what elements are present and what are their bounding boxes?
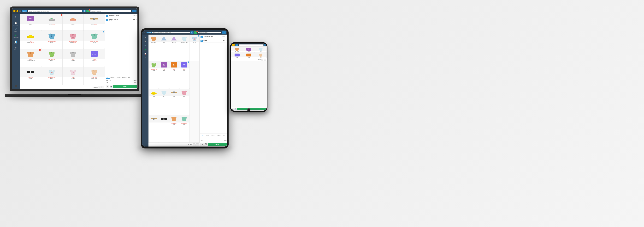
tablet-save-btn[interactable]: 💾 — [204, 143, 208, 146]
sidebar-item-logout[interactable]: ⬛ — [12, 84, 20, 89]
search-product-input-tablet[interactable] — [152, 32, 190, 34]
product-card-polo[interactable]: Polo $20.00 — [62, 49, 84, 67]
tablet-prev-btn[interactable]: ‹ — [193, 143, 196, 146]
add-customer-btn-laptop[interactable]: 👤+ — [132, 10, 136, 12]
phone-delete-btn[interactable]: 🗑 — [231, 108, 234, 110]
product-card-cap[interactable]: Cap $18.00 $16.00 — [20, 31, 41, 49]
sidebar-item-savedcart[interactable]: 💾 Saved Cart — [12, 21, 20, 27]
tablet-sidebar-board[interactable]: ⊞ — [142, 36, 148, 40]
product-card-single[interactable]: Woothe-single Single $3.00 $2.00 — [84, 49, 105, 67]
tablet-sidebar-savedcart[interactable]: 💾 — [142, 40, 148, 44]
product-card-hoodie-zipper[interactable]: 10 Hoodie with Zipper $45.00 — [84, 31, 105, 49]
tablet-product-6[interactable]: Long Sleeve Tee 23.81 — [149, 61, 159, 88]
tablet-product-12[interactable]: 19.05 — [169, 89, 179, 115]
search-product-input-laptop[interactable] — [28, 10, 82, 12]
checkout-btn-tablet[interactable]: 20.00 — [208, 143, 226, 146]
tablet-product-fill[interactable] — [190, 61, 200, 88]
filter-btn-tablet[interactable]: ≡| — [190, 31, 194, 34]
product-card-woo[interactable]: Woothe-album $15.00 — [20, 14, 41, 31]
sidebar-item-transactions[interactable]: 💲 Transactions — [12, 33, 20, 39]
tablet-tab-tax[interactable]: Tax — [222, 134, 225, 136]
tablet-product-8[interactable]: WooAlbum Album 14.29 — [169, 61, 179, 88]
tablet-product-14[interactable]: 15.24 — [149, 115, 159, 142]
product-card-hoodie-general[interactable]: 118 Hoodie $5.00 - $4,500,000.00 — [20, 49, 41, 67]
sidebar-item-setting[interactable]: ⚙ Setting — [12, 46, 20, 52]
add-customer-btn-tablet[interactable]: 👤+ — [222, 31, 226, 34]
menu-icon-laptop[interactable]: ☰ — [19, 10, 22, 12]
product-price-belt: $65.00 $55.00 — [84, 24, 105, 25]
product-card-belt[interactable]: $65.00 $55.00 — [84, 14, 105, 31]
product-card-tshirt-logo[interactable]: W T-shirt with Logo $18.00 — [41, 67, 62, 85]
tablet-product-10[interactable]: 42.86 — [149, 89, 159, 115]
tablet-product-9[interactable]: 3 Woo Single 1.90 — [179, 61, 189, 88]
tablet-product-17[interactable]: Hoodie with Zi... 42.86 — [179, 115, 189, 142]
tab-product-laptop[interactable]: Product — [110, 77, 115, 79]
cart-icon-laptop[interactable]: 🛒 1 — [86, 10, 90, 12]
search-product-input-phone[interactable] — [238, 45, 264, 46]
product-card-vneck[interactable]: V-Neck T-Shirt $15.00 - $20.00 — [84, 67, 105, 85]
search-customer-input-tablet[interactable] — [198, 32, 222, 34]
tablet-product-16[interactable]: Hoodie with P... 33.33 — [169, 115, 179, 142]
phone-next-btn[interactable]: › — [264, 59, 266, 61]
next-page-btn-laptop[interactable]: › — [102, 86, 104, 88]
filter-btn-phone[interactable]: ≡ — [264, 44, 266, 46]
tablet-tab-product[interactable]: Product — [204, 134, 210, 136]
tablet-order-remove-1[interactable]: × — [226, 36, 226, 37]
product-card-hoodie-logo[interactable]: Hoodie with Logo $45.00 — [41, 31, 62, 49]
product-card-hoodie-pocket[interactable]: Hoodie with Pocket $45.00 $35.00 — [62, 31, 84, 49]
cart-icon-tablet[interactable]: 🛒 1 — [194, 31, 198, 34]
sidebar-item-orders[interactable]: 🛒 Orders — [12, 27, 20, 33]
phone-product-1[interactable]: From 27.29 — [231, 47, 243, 52]
tablet-order-remove-2[interactable]: × — [226, 40, 226, 41]
tablet-tab-discount[interactable]: Discount — [210, 134, 216, 136]
save-btn-laptop[interactable]: 💾 — [110, 85, 113, 88]
tablet-next-btn[interactable]: › — [196, 143, 199, 146]
tablet-tab-add[interactable]: ADD — [200, 134, 204, 136]
tablet-product-3[interactable]: Pennant — [169, 35, 179, 61]
phone-product-6[interactable]: 40.80 — [255, 52, 266, 58]
phone-save-btn[interactable]: 💾 — [234, 108, 237, 110]
tab-shipping-laptop[interactable]: Shipping — [122, 77, 127, 79]
search-customer-input-laptop[interactable] — [90, 10, 131, 12]
tablet-product-15[interactable]: 85.71 — [159, 115, 169, 142]
order-remove-1[interactable]: × — [136, 15, 137, 16]
tablet-product-2[interactable]: 10.52 — [159, 35, 169, 61]
tablet-product-13[interactable]: 52.38 — [179, 89, 189, 115]
product-card-lord-tee[interactable]: Lord Sleeve Tee $25.00 — [41, 49, 62, 67]
phone-product-3[interactable]: 23.14 — [255, 47, 266, 52]
prev-page-btn-laptop[interactable]: ‹ — [98, 86, 101, 88]
tablet-product-fill2[interactable] — [190, 89, 200, 115]
tablet-sidebar-transactions[interactable]: 💲 — [142, 48, 148, 52]
phone-prod-img-2: W — [243, 47, 255, 51]
delete-btn-laptop[interactable]: 🗑 — [106, 85, 109, 88]
product-card-sunglasses[interactable]: Sunglasses $90.00 — [20, 67, 41, 85]
phone-product-2[interactable]: W 19.95 — [243, 47, 255, 52]
tablet-delete-btn[interactable]: 🗑 — [200, 143, 204, 146]
tablet-sidebar-orders[interactable]: 🛒 — [142, 44, 148, 48]
menu-icon-tablet[interactable]: ☰ — [143, 31, 146, 34]
tab-tax-laptop[interactable]: Tax — [128, 77, 130, 79]
tablet-product-5[interactable]: 1 17.14 — [190, 35, 200, 61]
tab-discount-laptop[interactable]: Discount — [116, 77, 121, 79]
product-card-hat2[interactable]: $20.00 — [62, 14, 84, 31]
tablet-product-1[interactable]: From 47.29 — [149, 35, 159, 61]
phone-prev-btn[interactable]: ‹ — [262, 59, 264, 61]
order-remove-2[interactable]: × — [136, 19, 137, 20]
product-card-tshirt-plain[interactable]: T-Shirt $18.00 — [62, 67, 84, 85]
tablet-product-fill3[interactable] — [190, 115, 200, 142]
tablet-sidebar-setting[interactable]: ⚙ — [142, 56, 148, 60]
tablet-product-7[interactable]: WooPOS POS 19.05 — [159, 61, 169, 88]
tablet-product-4[interactable]: T-Shirt Logo 17.14 — [179, 35, 189, 61]
checkout-btn-laptop[interactable]: 46.80 — [113, 85, 137, 88]
tablet-tab-shipping[interactable]: Shipping — [216, 134, 222, 136]
sidebar-item-board[interactable]: ⊞ Board — [12, 15, 20, 21]
sidebar-item-report[interactable]: 📊 Report — [12, 39, 20, 46]
tablet-sidebar-report[interactable]: 📊 — [142, 52, 148, 56]
product-price-tshirt-plain: $18.00 — [62, 78, 84, 80]
filter-btn-laptop[interactable]: ≡| — [82, 10, 86, 12]
product-card-hat1[interactable]: 3 $20.00 $18.00 — [41, 14, 62, 31]
phone-product-4[interactable]: W 42.86 — [231, 52, 243, 58]
tab-add-laptop[interactable]: ADD — [106, 77, 110, 79]
phone-product-5[interactable]: W 43.88 — [243, 52, 255, 58]
tablet-product-11[interactable]: 17.14 — [159, 89, 169, 115]
